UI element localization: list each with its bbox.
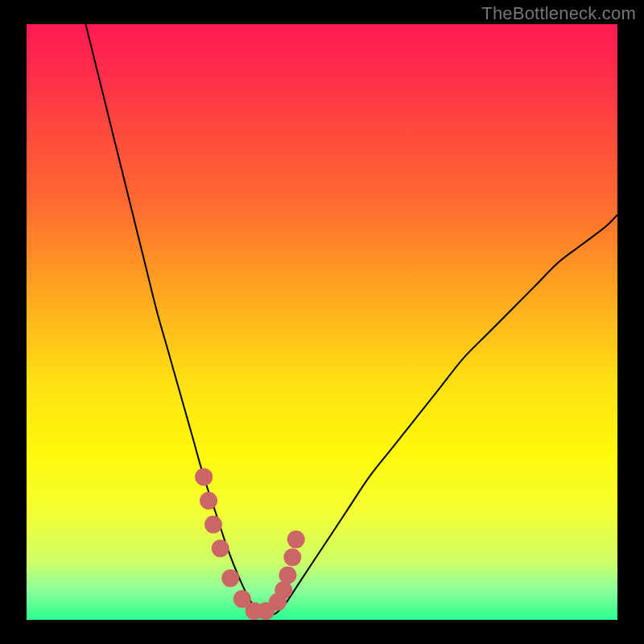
bottleneck-marker bbox=[283, 548, 301, 566]
bottleneck-chart bbox=[0, 0, 644, 644]
bottleneck-marker bbox=[275, 581, 292, 599]
chart-container: TheBottleneck.com bbox=[0, 0, 644, 644]
bottleneck-marker bbox=[212, 539, 229, 557]
gradient-background bbox=[27, 24, 617, 620]
bottleneck-marker bbox=[287, 530, 305, 548]
bottleneck-marker bbox=[204, 516, 222, 534]
bottleneck-marker bbox=[195, 468, 213, 485]
bottleneck-marker bbox=[221, 569, 239, 587]
bottleneck-marker bbox=[279, 567, 296, 584]
watermark-text: TheBottleneck.com bbox=[481, 3, 636, 24]
bottleneck-marker bbox=[200, 492, 217, 510]
